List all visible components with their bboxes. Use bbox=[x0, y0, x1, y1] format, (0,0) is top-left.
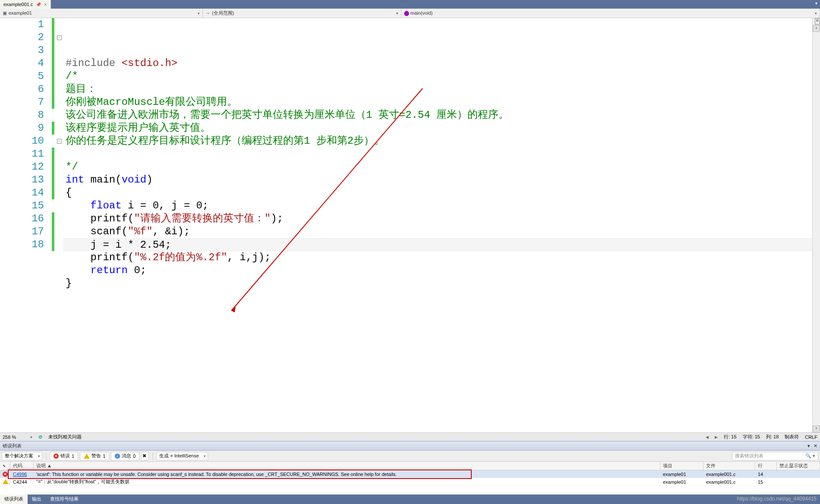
messages-filter-button[interactable]: i 消息 0 bbox=[111, 452, 139, 460]
zoom-level[interactable]: 258 % bbox=[3, 435, 24, 440]
footer-tab[interactable]: 错误列表 bbox=[0, 495, 28, 504]
collapse-toggle-icon[interactable]: − bbox=[57, 35, 62, 40]
col-file[interactable]: 文件 bbox=[703, 462, 755, 470]
line-number: 6 bbox=[0, 83, 44, 96]
line-number: 18 bbox=[0, 238, 44, 251]
change-mark bbox=[52, 238, 55, 251]
outline-cell[interactable]: − bbox=[55, 135, 63, 148]
error-list-row[interactable]: ✕C4996'scanf': This function or variable… bbox=[0, 470, 820, 478]
error-list-columns: ⬊ 代码 说明 ▲ 项目 文件 行 禁止显示状态 bbox=[0, 462, 820, 470]
error-list-row[interactable]: C4244"="：从"double"转换到"float"，可能丢失数据examp… bbox=[0, 478, 820, 486]
panel-dropdown-icon[interactable]: ▾ bbox=[807, 443, 810, 449]
outline-cell bbox=[55, 225, 63, 238]
outline-cell bbox=[55, 173, 63, 186]
code-line[interactable]: 该程序要提示用户输入英寸值。 bbox=[63, 122, 812, 135]
col-desc[interactable]: 说明 ▲ bbox=[34, 462, 660, 470]
pin-icon[interactable]: 📌 bbox=[36, 2, 41, 7]
code-line[interactable]: /* bbox=[63, 70, 812, 83]
code-line[interactable]: { bbox=[63, 186, 812, 199]
error-line: 15 bbox=[755, 479, 777, 485]
error-code: C4996 bbox=[13, 472, 27, 477]
line-number: 16 bbox=[0, 212, 44, 225]
code-line[interactable]: scanf("%f", &i); bbox=[63, 225, 812, 238]
code-line[interactable]: return 0; bbox=[63, 264, 812, 277]
close-icon[interactable]: ✕ bbox=[44, 2, 47, 7]
outline-cell[interactable]: − bbox=[55, 31, 63, 44]
collapse-toggle-icon[interactable]: − bbox=[57, 139, 62, 144]
line-number: 3 bbox=[0, 44, 44, 57]
line-number: 10 bbox=[0, 135, 44, 148]
code-line[interactable]: 该公司准备进入欧洲市场，需要一个把英寸单位转换为厘米单位（1 英寸=2.54 厘… bbox=[63, 109, 812, 122]
code-line[interactable]: j = i * 2.54; bbox=[63, 238, 812, 251]
outline-cell bbox=[55, 238, 63, 251]
line-endings[interactable]: CRLF bbox=[805, 435, 817, 440]
outline-column: −− bbox=[55, 18, 63, 432]
code-line[interactable]: float i = 0, j = 0; bbox=[63, 199, 812, 212]
change-mark bbox=[52, 161, 55, 173]
outline-cell bbox=[55, 148, 63, 161]
tab-overflow-icon[interactable]: ▾ bbox=[813, 0, 820, 9]
code-line[interactable]: 你刚被MacroMuscle有限公司聘用。 bbox=[63, 96, 812, 109]
code-content[interactable]: #include <stdio.h>/*题目：你刚被MacroMuscle有限公… bbox=[63, 18, 812, 432]
outline-cell bbox=[55, 122, 63, 135]
nav-scope-label: (全局范围) bbox=[212, 10, 234, 16]
file-tab-active[interactable]: example001.c 📌 ✕ bbox=[0, 0, 51, 9]
change-mark bbox=[52, 96, 55, 109]
error-search-input[interactable]: 搜索错误列表 🔍 ▾ bbox=[732, 452, 818, 460]
col-line[interactable]: 行 bbox=[755, 462, 777, 470]
chevron-down-icon: ▾ bbox=[815, 11, 817, 16]
outline-cell bbox=[55, 70, 63, 83]
scope-dropdown[interactable]: 整个解决方案 bbox=[2, 452, 42, 460]
code-line[interactable]: */ bbox=[63, 161, 812, 173]
error-desc: "="：从"double"转换到"float"，可能丢失数据 bbox=[34, 479, 660, 485]
nav-function-label: main(void) bbox=[410, 10, 432, 16]
code-line[interactable]: 题目： bbox=[63, 83, 812, 96]
code-editor[interactable]: 123456789101112131415161718 −− #include … bbox=[0, 18, 820, 432]
col-severity[interactable]: ⬊ bbox=[0, 462, 10, 470]
clear-filter-button[interactable]: ✖ bbox=[141, 452, 149, 460]
panel-close-icon[interactable]: ✕ bbox=[814, 443, 817, 449]
code-line[interactable]: int main(void) bbox=[63, 173, 812, 186]
code-line[interactable]: printf("%.2f的值为%.2f", i,j); bbox=[63, 251, 812, 264]
split-button[interactable]: ⊟ bbox=[815, 18, 820, 25]
watermark: https://blog.csdn.net/qq_44094415 bbox=[734, 495, 820, 504]
line-number: 11 bbox=[0, 148, 44, 161]
change-mark bbox=[52, 18, 55, 31]
code-line[interactable]: #include <stdio.h> bbox=[63, 57, 812, 70]
line-number: 13 bbox=[0, 173, 44, 186]
outline-cell bbox=[55, 44, 63, 57]
code-line[interactable] bbox=[63, 148, 812, 161]
code-line[interactable]: 你的任务是定义程序目标和设计程序（编程过程的第1 步和第2步）。 bbox=[63, 135, 812, 148]
change-margin bbox=[52, 18, 55, 432]
outline-cell bbox=[55, 18, 63, 31]
nav-project-dropdown[interactable]: ▣example01 ▾ bbox=[0, 9, 203, 18]
warning-icon bbox=[84, 454, 90, 459]
change-mark bbox=[52, 173, 55, 186]
footer-tab[interactable]: 查找符号结果 bbox=[46, 495, 83, 504]
code-line[interactable]: } bbox=[63, 277, 812, 290]
line-number: 14 bbox=[0, 186, 44, 199]
change-mark bbox=[52, 212, 55, 225]
col-project[interactable]: 项目 bbox=[660, 462, 703, 470]
error-icon: ✕ bbox=[54, 454, 59, 459]
outline-cell bbox=[55, 199, 63, 212]
error-desc: 'scanf': This function or variable may b… bbox=[34, 472, 660, 477]
chevron-down-icon: ▾ bbox=[396, 11, 398, 16]
nav-scope-dropdown[interactable]: →(全局范围) ▾ bbox=[203, 9, 401, 18]
scroll-down-button[interactable]: ▾ bbox=[813, 425, 820, 432]
warnings-filter-button[interactable]: 警告 1 bbox=[80, 452, 109, 460]
change-mark bbox=[52, 44, 55, 57]
error-code: C4244 bbox=[13, 479, 27, 485]
indent-mode[interactable]: 制表符 bbox=[785, 434, 799, 440]
footer-tab[interactable]: 输出 bbox=[28, 495, 46, 504]
output-panel-tabs: 错误列表输出查找符号结果https://blog.csdn.net/qq_440… bbox=[0, 495, 820, 504]
col-code[interactable]: 代码 bbox=[10, 462, 34, 470]
nav-function-dropdown[interactable]: ⬤ main(void) ▾ bbox=[401, 9, 820, 18]
build-source-dropdown[interactable]: 生成 + IntelliSense bbox=[156, 452, 208, 460]
warning-icon bbox=[3, 479, 9, 484]
zoom-dropdown-icon[interactable]: ▾ bbox=[30, 435, 32, 439]
code-line[interactable]: printf("请输入需要转换的英寸值："); bbox=[63, 212, 812, 225]
errors-filter-button[interactable]: ✕ 错误 1 bbox=[50, 452, 78, 460]
col-suppress[interactable]: 禁止显示状态 bbox=[777, 462, 820, 470]
vertical-scrollbar[interactable]: ⊟ ▴ ▾ bbox=[812, 18, 820, 432]
